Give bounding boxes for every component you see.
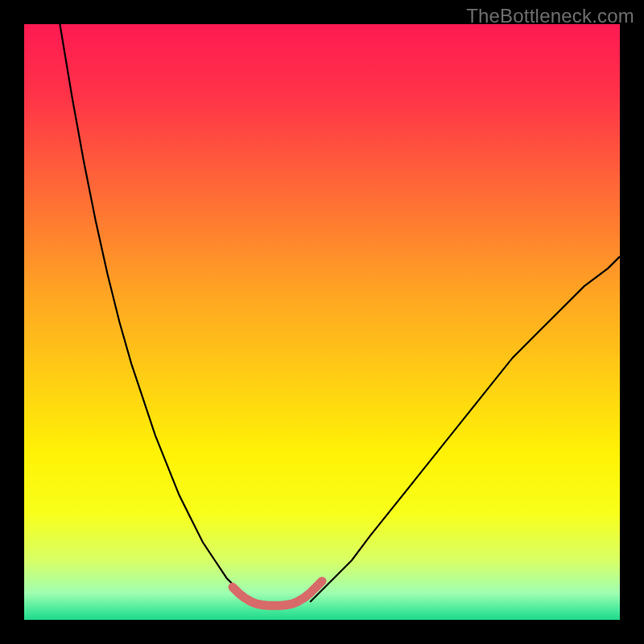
chart-canvas (24, 24, 620, 620)
gradient-background (24, 24, 620, 620)
chart-frame: TheBottleneck.com (0, 0, 644, 644)
watermark-text: TheBottleneck.com (466, 5, 634, 27)
plot-area (24, 24, 620, 620)
